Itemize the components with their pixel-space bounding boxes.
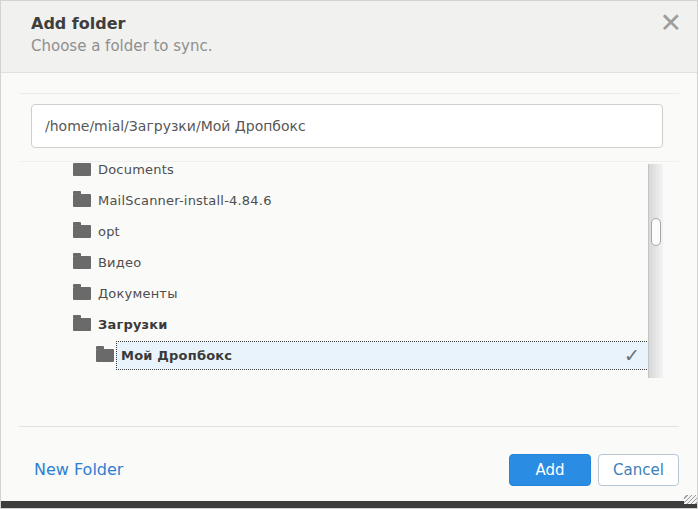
folder-row-documents[interactable]: Documents (31, 163, 663, 185)
selected-folder-box: Мой Дропбокс ✓ (116, 341, 649, 370)
resize-grip-icon[interactable] (684, 495, 697, 504)
folder-icon (73, 225, 91, 238)
close-icon[interactable]: ✕ (659, 9, 682, 36)
divider (19, 161, 679, 162)
window-bottom-edge (1, 501, 697, 508)
folder-label: Документы (98, 286, 178, 301)
folder-label: Documents (98, 163, 174, 177)
folder-icon (73, 287, 91, 300)
folder-row-my-dropbox-selected[interactable]: Мой Дропбокс ✓ (31, 340, 663, 371)
dialog-title: Add folder (31, 14, 126, 33)
folder-row-video[interactable]: Видео (31, 247, 663, 278)
folder-tree: Documents MailScanner-install-4.84.6 opt… (31, 163, 663, 377)
scrollbar-track[interactable] (648, 164, 663, 378)
folder-row-opt[interactable]: opt (31, 216, 663, 247)
cancel-button[interactable]: Cancel (598, 454, 679, 486)
add-button[interactable]: Add (509, 454, 591, 486)
folder-icon (73, 256, 91, 269)
dialog-subtitle: Choose a folder to sync. (31, 37, 212, 55)
add-folder-dialog: Add folder Choose a folder to sync. ✕ Do… (0, 0, 698, 509)
folder-icon (96, 349, 114, 362)
folder-label: MailScanner-install-4.84.6 (98, 193, 272, 208)
folder-icon (73, 163, 91, 176)
folder-icon (73, 318, 91, 331)
check-icon: ✓ (624, 346, 640, 365)
folder-row-documents-ru[interactable]: Документы (31, 278, 663, 309)
folder-row-downloads-ru[interactable]: Загрузки (31, 309, 663, 340)
folder-icon (73, 194, 91, 207)
new-folder-link[interactable]: New Folder (34, 460, 123, 479)
folder-row-mailscanner[interactable]: MailScanner-install-4.84.6 (31, 185, 663, 216)
folder-path-input[interactable] (31, 104, 663, 148)
folder-label: Мой Дропбокс (121, 348, 232, 363)
divider (19, 93, 679, 94)
dialog-header: Add folder Choose a folder to sync. ✕ (1, 1, 697, 73)
scrollbar-thumb[interactable] (651, 218, 661, 246)
folder-label: Загрузки (98, 317, 168, 332)
folder-label: Видео (98, 255, 141, 270)
folder-label: opt (98, 224, 120, 239)
folder-tree-content: Documents MailScanner-install-4.84.6 opt… (31, 163, 663, 371)
divider (19, 426, 679, 427)
